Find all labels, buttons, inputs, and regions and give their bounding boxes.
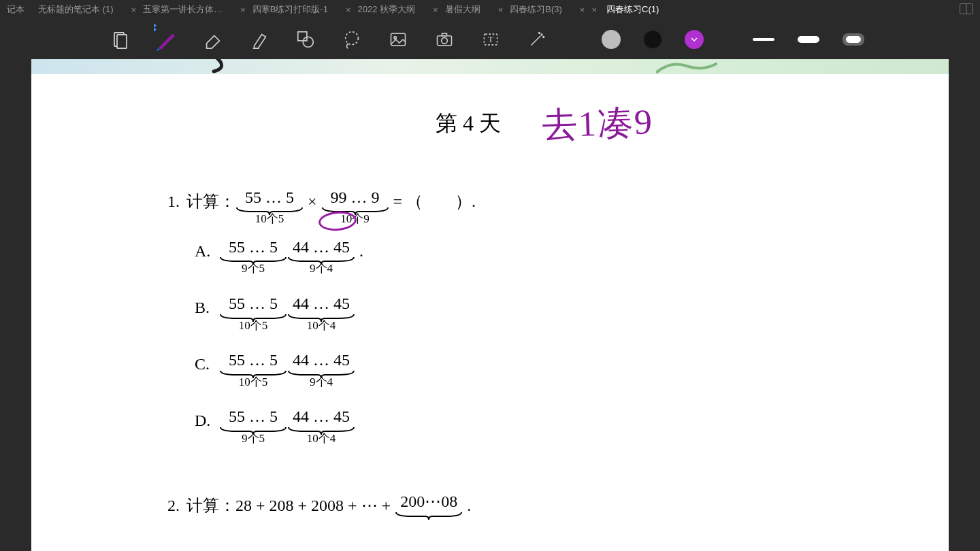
tab-close-icon[interactable]: × [498, 5, 504, 15]
tab-label: 四寒B练习打印版-1 [252, 3, 328, 16]
tab[interactable]: 五寒第一讲长方体… [136, 0, 229, 19]
text-tool-icon[interactable]: T [479, 28, 502, 51]
svg-point-9 [394, 36, 397, 39]
svg-point-17 [539, 32, 540, 33]
tab-label: 记本 [7, 3, 24, 16]
page-title: 第 4 天 [436, 109, 501, 139]
tab[interactable]: 记本 [0, 0, 31, 19]
option-label: A. [195, 238, 212, 264]
tab-close-icon[interactable]: × [240, 5, 246, 15]
problem-stem-prefix: 计算： [186, 492, 235, 518]
eraser-tool-icon[interactable] [201, 28, 225, 51]
tab-close-icon[interactable]: × [580, 5, 585, 15]
option-expression: 55 … 59个544 … 4510个4 [219, 407, 355, 445]
tab-close-icon[interactable]: × [591, 5, 597, 15]
highlighter-tool-icon[interactable] [248, 28, 271, 51]
problem-stem-prefix: 计算： [186, 188, 235, 214]
svg-text:T: T [488, 35, 493, 44]
image-tool-icon[interactable] [387, 28, 410, 51]
option: B.55 … 510个544 … 4510个4 [195, 295, 826, 332]
tab[interactable]: 四春练习B(3) [503, 0, 569, 19]
tab[interactable]: 无标题的笔记本 (1) [31, 0, 120, 19]
option-label: C. [195, 351, 212, 377]
tab-label: 五寒第一讲长方体… [143, 3, 223, 16]
svg-rect-5 [298, 31, 307, 40]
option: C.55 … 510个544 … 459个4 [195, 351, 826, 388]
tab[interactable]: 2022 秋季大纲 [351, 0, 423, 19]
problem-expression: 55 … 5 10个5 × 99 … 9 10个9 = （ ）. [235, 188, 476, 226]
magic-tool-icon[interactable] [525, 28, 549, 51]
stroke-medium[interactable] [798, 36, 819, 43]
color-accent[interactable] [685, 30, 704, 49]
svg-rect-3 [117, 35, 127, 48]
svg-point-16 [543, 36, 544, 37]
tab-label: 四春练习C(1) [606, 3, 659, 16]
pen-tool-icon[interactable] [155, 28, 178, 51]
option: A.55 … 59个544 … 459个4 . [195, 238, 826, 276]
option-expression: 55 … 510个544 … 4510个4 [219, 295, 355, 332]
toolbar: T [0, 19, 980, 59]
stroke-thick[interactable] [843, 33, 864, 46]
lasso-tool-icon[interactable] [340, 28, 363, 51]
option-expression: 55 … 59个544 … 459个4 . [219, 238, 363, 276]
svg-point-15 [541, 34, 542, 35]
tab-close-icon[interactable]: × [346, 5, 351, 15]
problem-1: 1. 计算： 55 … 5 10个5 × 99 … 9 10个9 [167, 188, 826, 445]
camera-tool-icon[interactable] [433, 28, 456, 51]
split-view-icon[interactable] [953, 3, 980, 16]
tab[interactable]: 暑假大纲 [438, 0, 487, 19]
problem-number: 2. [167, 492, 186, 518]
tab-label: 暑假大纲 [445, 3, 480, 16]
svg-rect-12 [442, 33, 447, 36]
page-canvas[interactable]: 第 4 天 去1凑9 1. 计算： 55 … 5 10个5 × 99 … 9 [31, 59, 949, 551]
tab-close-icon[interactable]: × [131, 5, 137, 15]
tab-label: 无标题的笔记本 (1) [38, 3, 114, 16]
color-light[interactable] [602, 30, 621, 49]
problem-expression: 28 + 208 + 2008 + ⋯ + 200⋯08 . [235, 492, 471, 518]
tab-close-icon[interactable]: × [433, 5, 438, 15]
page-nav-icon[interactable] [109, 28, 132, 51]
problem-2: 2. 计算： 28 + 208 + 2008 + ⋯ + 200⋯08 . [167, 492, 826, 518]
problem-number: 1. [167, 188, 186, 214]
page-content: 第 4 天 去1凑9 1. 计算： 55 … 5 10个5 × 99 … 9 [31, 59, 949, 519]
tab-bar: 记本无标题的笔记本 (1)×五寒第一讲长方体…×四寒B练习打印版-1×2022 … [0, 0, 980, 19]
handwriting-note: 去1凑9 [541, 98, 654, 150]
option: D.55 … 59个544 … 4510个4 [195, 407, 826, 445]
svg-point-7 [346, 31, 359, 44]
shape-tool-icon[interactable] [294, 28, 317, 51]
color-dark[interactable] [644, 31, 662, 48]
tab-label: 四春练习B(3) [510, 3, 562, 16]
option-label: D. [195, 407, 212, 433]
tab-label: 2022 秋季大纲 [358, 3, 416, 16]
stroke-thin[interactable] [753, 38, 774, 41]
svg-point-11 [442, 37, 448, 44]
svg-point-6 [303, 37, 313, 47]
tab[interactable]: 四寒B练习打印版-1 [246, 0, 335, 19]
tab[interactable]: ×四春练习C(1) [585, 0, 666, 19]
option-expression: 55 … 510个544 … 459个4 [219, 351, 355, 388]
option-label: B. [195, 295, 212, 320]
